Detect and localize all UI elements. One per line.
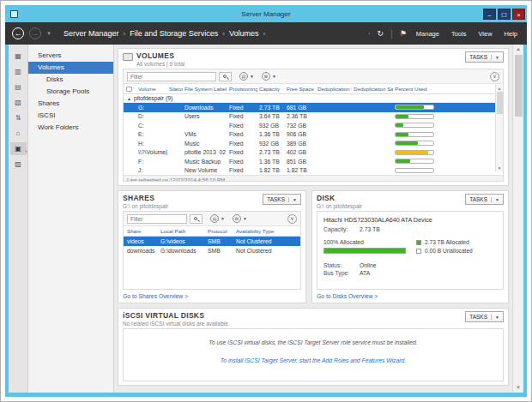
menu-help[interactable]: Help [502,30,520,38]
saved-filters-dropdown[interactable]: ▤ ▼ [210,214,225,223]
volumes-filter-input[interactable] [127,72,216,81]
col-availability-type[interactable]: Availability Type [236,228,287,234]
volumes-list-box: ▤ ▼ ⊞ ▼ ∨ Volume Status [123,69,504,182]
col-file-system-label[interactable]: File System Label [184,86,227,92]
collapse-panel-button[interactable]: ∨ [287,214,297,224]
iscsi-tasks-button[interactable]: TASKS ▼ [465,311,504,322]
maximize-button[interactable]: ☐ [498,9,511,20]
history-caret-icon[interactable]: ▼ [46,31,51,36]
performance-icon[interactable]: ⇅ [10,111,27,124]
disk-panel-title: DISK [317,194,362,202]
breadcrumb-separator-icon: › [263,30,265,38]
scroll-up-icon[interactable]: ▲ [498,85,502,92]
command-bar: ← → ▼ Server Manager › File and Storage … [5,22,527,45]
volume-row[interactable]: H:MusicFixed932 GB389 GB [124,139,503,148]
main-scrollbar[interactable]: ▲ ▼ [512,45,523,393]
breadcrumb-volumes[interactable]: Volumes [229,29,259,38]
col-dedup-rate[interactable]: Deduplication Rate [317,86,352,92]
col-status[interactable]: Status [169,86,183,92]
scroll-down-icon[interactable]: ▼ [516,383,521,393]
col-local-path[interactable]: Local Path [160,228,205,234]
volume-row[interactable]: G:DownloadsFixed2.73 TB681 GB [124,103,503,112]
cell-free-space: 851 GB [287,159,316,165]
col-capacity[interactable]: Capacity [259,86,285,92]
volumes-scrollbar[interactable]: ▲ ▼ [495,85,503,171]
percent-used-bar [395,132,434,137]
allocation-bar [323,248,406,254]
scroll-up-icon[interactable]: ▲ [516,45,521,54]
breadcrumb-server-manager[interactable]: Server Manager [63,29,119,38]
cell-file-system-label: pitofile 2013_02_2... [184,149,227,155]
col-protocol[interactable]: Protocol [208,228,233,234]
volume-row[interactable]: D:UsersFixed3.64 TB2.36 TB [124,112,503,122]
percent-used-bar [395,141,434,146]
all-servers-icon[interactable]: ▤ [10,81,27,93]
scrollbar-thumb[interactable] [515,55,523,117]
close-button[interactable]: × [512,9,525,20]
dashboard-icon[interactable]: ▦ [10,50,27,63]
search-button[interactable] [190,214,203,224]
volume-row[interactable]: F:Music BackupFixed1.36 TB851 GB [124,157,503,166]
window-title: Server Manager [5,10,527,18]
col-percent-used[interactable]: Percent Used [395,86,500,92]
cell-provisioning: Fixed [229,141,257,147]
local-server-icon[interactable]: ▥ [10,65,27,78]
volumes-group-row[interactable]: ▲ pitofdespair (9) [124,94,503,103]
grouping-dropdown[interactable]: ⊞ ▼ [262,72,276,81]
volume-row[interactable]: E:VMsFixed1.36 TB906 GB [124,130,503,140]
breadcrumb-file-storage[interactable]: File and Storage Services [130,29,218,38]
sidebar-item-disks[interactable]: Disks [28,74,113,86]
col-dedup-savings[interactable]: Deduplication Savings [354,86,393,92]
collapse-panel-button[interactable]: ∨ [490,72,499,81]
cell-file-system-label: Downloads [184,105,227,111]
cell-protocol: SMB [208,248,233,254]
col-volume[interactable]: Volume [138,86,167,92]
scroll-down-icon[interactable]: ▼ [498,165,502,171]
go-to-shares-overview-link[interactable]: Go to Shares Overview > [123,293,301,299]
notifications-flag-icon[interactable]: ⚑ [400,29,407,38]
volumes-panel-icon [123,53,133,61]
cell-free-space: 389 GB [287,141,316,147]
sidebar-item-work-folders[interactable]: Work Folders [28,122,113,134]
search-button[interactable] [219,72,232,81]
file-storage-services-icon[interactable]: ▣› [10,142,27,155]
cell-capacity: 932 GB [259,141,285,147]
sidebar-item-servers[interactable]: Servers [28,50,113,62]
share-row[interactable]: downloadsG:\downloadsSMBNot Clustered [124,246,300,255]
sidebar-item-volumes[interactable]: Volumes [28,62,113,74]
share-row[interactable]: videosG:\videosSMBNot Clustered [124,237,300,246]
volumes-tasks-button[interactable]: TASKS ▼ [465,51,504,63]
tasks-caret-icon: ▼ [491,55,499,60]
shares-tasks-button[interactable]: TASKS ▼ [263,194,301,205]
iscsi-install-link[interactable]: To install iSCSI Target Server, start th… [124,357,503,363]
sidebar-item-iscsi[interactable]: iSCSI [28,110,113,122]
volume-row[interactable]: J:New VolumeFixed1.82 TB1.82 TB [124,166,503,176]
go-to-disks-overview-link[interactable]: Go to Disks Overview > [317,293,504,299]
menu-view[interactable]: View [475,30,494,38]
server-group-icon[interactable]: ▧ [10,96,27,109]
shares-filter-input[interactable] [127,214,187,224]
percent-used-bar [395,159,434,164]
grouping-dropdown[interactable]: ⊞ ▼ [233,214,247,223]
sidebar-item-storage-pools[interactable]: Storage Pools [28,86,113,98]
col-provisioning[interactable]: Provisioning [229,86,257,92]
server-manager-window: Server Manager – ☐ × ← → ▼ Server Manage… [5,5,527,397]
menu-tools[interactable]: Tools [449,30,469,38]
volume-row[interactable]: \\?\Volume{e7...pitofile 2013_02_2...Fix… [124,148,503,158]
col-free-space[interactable]: Free Space [287,86,316,92]
minimize-button[interactable]: – [483,9,496,20]
storage-icon[interactable]: ▨ [10,158,27,171]
refresh-icon[interactable]: ↻ [378,29,384,38]
services-icon[interactable]: ⌂ [10,127,27,140]
sidebar-item-shares[interactable]: Shares [28,98,113,110]
scrollbar-thumb[interactable] [497,92,503,114]
saved-filters-dropdown[interactable]: ▤ ▼ [239,72,254,81]
disk-tasks-button[interactable]: TASKS ▼ [465,194,504,205]
breadcrumb-separator-icon: › [123,30,125,38]
forward-button[interactable]: → [29,27,41,39]
bus-type-label: Bus Type: [323,270,360,276]
col-share[interactable]: Share [127,228,158,234]
volume-row[interactable]: C:Fixed932 GB732 GB [124,121,503,130]
back-button[interactable]: ← [12,27,24,39]
menu-manage[interactable]: Manage [414,30,442,38]
